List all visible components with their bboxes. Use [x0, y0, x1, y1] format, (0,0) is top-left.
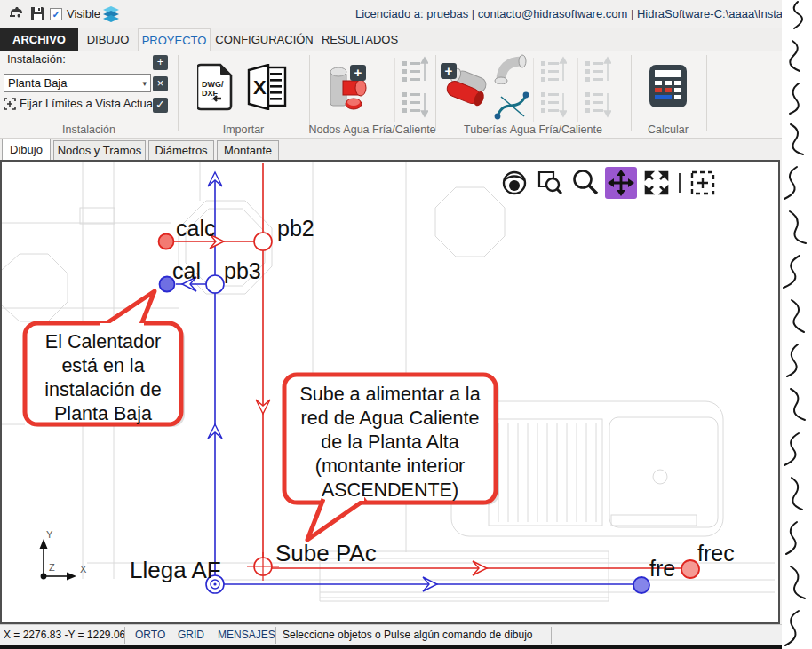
eye-visibility-button[interactable]: [498, 167, 530, 199]
svg-text:Y: Y: [46, 529, 53, 540]
pan-button[interactable]: [605, 167, 637, 199]
node-order-up-button[interactable]: [402, 56, 428, 88]
instalacion-combobox[interactable]: Planta Baja ▾: [4, 74, 151, 92]
zoom-window-icon: [536, 169, 564, 197]
label-calc: calc: [176, 216, 215, 241]
svg-text:X: X: [253, 76, 267, 99]
svg-text:instalación de: instalación de: [44, 379, 161, 400]
faucet-app-icon: [7, 5, 25, 27]
cursor-coordinates: X = 2276.83 -Y = 1229.06: [4, 629, 125, 641]
add-pipe-button[interactable]: +: [439, 58, 496, 116]
list-up-icon: [540, 56, 567, 84]
node-fre[interactable]: [633, 577, 649, 593]
label-llega-af: Llega AF: [130, 557, 221, 583]
node-calc[interactable]: [159, 234, 174, 249]
callout-riser: Sube a alimentar a la red de Agua Calien…: [284, 375, 499, 540]
pipes-icon: +: [439, 58, 496, 113]
label-pb2: pb2: [277, 216, 314, 241]
list-down-icon: [585, 90, 611, 118]
ucs-axis-icon: Y Z X: [40, 529, 88, 581]
pipe-elbow-button[interactable]: [494, 54, 529, 88]
pipe-order-down-button[interactable]: [540, 90, 567, 122]
segment-order-down-button[interactable]: [585, 90, 611, 122]
instalacion-field-label: Instalación:: [7, 52, 66, 66]
menu-tab-resultados[interactable]: RESULTADOS: [318, 28, 402, 51]
document-tabs: Dibujo Nodos y Tramos Diámetros Montante: [0, 139, 812, 160]
list-down-icon: [540, 90, 567, 118]
calculate-button[interactable]: [649, 65, 687, 111]
visible-toggle[interactable]: ✓ Visible: [50, 7, 100, 20]
pipe-spline-button[interactable]: [492, 90, 531, 125]
group-label-instalacion: Instalación: [62, 123, 115, 136]
visible-label: Visible: [67, 7, 100, 20]
import-excel-button[interactable]: X: [247, 64, 288, 114]
group-label-nodos: Nodos Agua Fría/Caliente: [308, 123, 435, 136]
node-pb2[interactable]: [254, 233, 272, 250]
pipe-order-up-button[interactable]: [540, 56, 567, 88]
menu-bar: ARCHIVO DIBUJO PROYECTO CONFIGURACIÓN RE…: [0, 28, 812, 51]
zoom-extents-button[interactable]: [641, 167, 673, 199]
svg-text:Sube a alimentar a la: Sube a alimentar a la: [299, 384, 480, 405]
svg-text:ASCENDENTE): ASCENDENTE): [322, 479, 458, 501]
svg-text:+: +: [445, 63, 453, 78]
canvas-toolbar: [498, 167, 719, 199]
status-bar: X = 2276.83 -Y = 1229.06 ORTO GRID MENSA…: [0, 624, 812, 645]
import-dwg-button[interactable]: DWG/ DXF: [197, 63, 235, 115]
eye-icon: [500, 169, 529, 197]
limits-box-icon: [689, 169, 717, 197]
fit-limits-label: Fijar Límites a Vista Actual: [20, 97, 155, 110]
delete-installation-button[interactable]: ×: [153, 76, 168, 91]
zoom-window-button[interactable]: [534, 167, 566, 199]
orto-toggle[interactable]: ORTO: [135, 629, 165, 641]
bottom-edge: [0, 645, 812, 649]
segment-order-up-button[interactable]: [585, 56, 611, 88]
group-label-importar: Importar: [223, 123, 265, 136]
label-frec: frec: [697, 541, 735, 566]
elbow-fitting-icon: [494, 54, 529, 84]
svg-text:está en la: está en la: [61, 355, 144, 376]
confirm-installation-button[interactable]: ✓: [153, 98, 168, 113]
svg-text:de la Planta Alta: de la Planta Alta: [321, 431, 458, 453]
node-order-down-button[interactable]: [402, 90, 428, 122]
zoom-button[interactable]: [569, 167, 601, 199]
dwg-dxf-icon: DWG/ DXF: [197, 63, 235, 111]
torn-paper-edge: [782, 0, 812, 649]
zoom-limits-button[interactable]: [687, 167, 719, 199]
hot-water-network: [159, 163, 700, 581]
license-text: Licenciado a: pruebas | contacto@hidraso…: [355, 7, 812, 20]
menu-tab-archivo[interactable]: ARCHIVO: [0, 28, 78, 51]
group-label-tuberias: Tuberías Agua Fría/Caliente: [464, 123, 602, 136]
magnifier-icon: [571, 169, 600, 197]
calculator-icon: [649, 65, 687, 107]
menu-tab-dibujo[interactable]: DIBUJO: [78, 28, 138, 51]
list-down-icon: [402, 90, 428, 118]
svg-text:X: X: [80, 564, 87, 574]
add-installation-button[interactable]: +: [153, 55, 168, 70]
grid-toggle[interactable]: GRID: [178, 629, 204, 641]
node-pb3[interactable]: [206, 275, 224, 293]
svg-text:(montante interior: (montante interior: [315, 455, 466, 477]
pan-icon: [607, 169, 635, 197]
save-icon[interactable]: [29, 5, 46, 26]
tab-diametros[interactable]: Diámetros: [148, 140, 214, 160]
svg-text:Z: Z: [49, 562, 55, 573]
mensajes-toggle[interactable]: MENSAJES: [218, 629, 275, 641]
tab-nodos-y-tramos[interactable]: Nodos y Tramos: [53, 140, 146, 160]
svg-text:red de Agua Caliente: red de Agua Caliente: [301, 408, 480, 429]
visible-checkbox[interactable]: ✓: [50, 8, 62, 20]
drawing-canvas[interactable]: calc pb2 cal pb3 Llega AF Sube PAc fre f…: [2, 162, 778, 622]
group-label-calcular: Calcular: [648, 123, 689, 136]
add-node-button[interactable]: +: [318, 59, 373, 118]
svg-text:+: +: [354, 65, 362, 80]
menu-tab-configuracion[interactable]: CONFIGURACIÓN: [211, 28, 318, 51]
tab-dibujo[interactable]: Dibujo: [2, 139, 51, 160]
label-fre: fre: [649, 556, 675, 581]
fit-limits-button[interactable]: Fijar Límites a Vista Actual: [4, 97, 155, 110]
tab-montante[interactable]: Montante: [217, 140, 279, 160]
list-up-icon: [402, 56, 428, 84]
ribbon: Instalación: Planta Baja ▾ Fijar Límites…: [0, 51, 812, 139]
node-frec[interactable]: [681, 560, 699, 578]
menu-tab-proyecto[interactable]: PROYECTO: [138, 28, 211, 51]
drawing-canvas-frame: calc pb2 cal pb3 Llega AF Sube PAc fre f…: [0, 160, 780, 624]
layers-icon[interactable]: [102, 6, 120, 26]
